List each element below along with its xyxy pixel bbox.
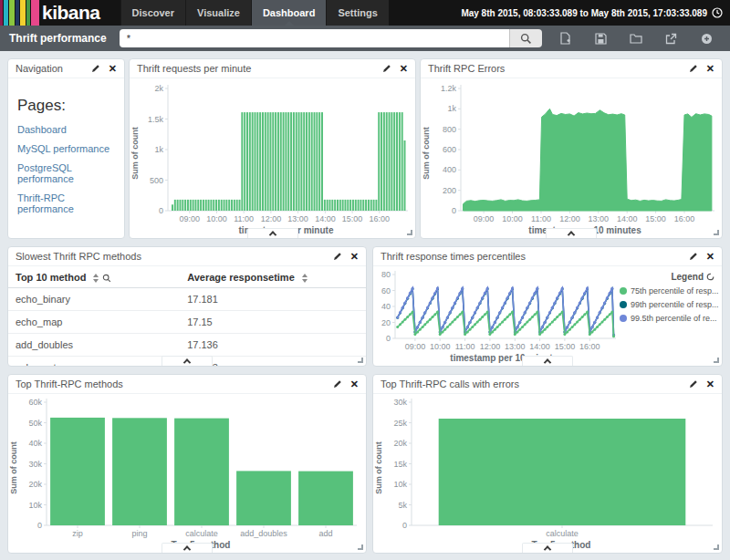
collapse-panel-button[interactable] bbox=[247, 228, 298, 238]
svg-text:20k: 20k bbox=[393, 439, 407, 448]
new-dashboard-button[interactable] bbox=[555, 28, 575, 48]
remove-panel-button[interactable]: ✕ bbox=[706, 64, 714, 74]
legend-label: 99.5th percentile of re... bbox=[631, 314, 717, 323]
resize-handle[interactable] bbox=[407, 230, 412, 235]
responsetime-cell: 17.181 bbox=[180, 288, 366, 311]
search-icon[interactable] bbox=[102, 274, 111, 283]
svg-text:add: add bbox=[318, 529, 332, 538]
collapse-panel-button[interactable] bbox=[162, 356, 213, 366]
edit-panel-button[interactable] bbox=[333, 379, 342, 389]
tab-discover[interactable]: Discover bbox=[120, 0, 185, 26]
legend-dot-icon bbox=[620, 315, 627, 322]
svg-text:11:00: 11:00 bbox=[455, 342, 475, 351]
svg-text:12:00: 12:00 bbox=[559, 214, 580, 223]
y-axis-label: Sum of count bbox=[130, 80, 141, 225]
tab-settings[interactable]: Settings bbox=[326, 0, 388, 26]
app-tabs: Discover Visualize Dashboard Settings bbox=[120, 0, 389, 26]
remove-panel-button[interactable]: ✕ bbox=[109, 64, 117, 74]
chevron-up-icon bbox=[544, 545, 551, 553]
table-row[interactable]: add_doubles 17.136 bbox=[8, 334, 366, 357]
panel-title: Top Thrift-RPC calls with errors bbox=[381, 379, 519, 389]
nav-link-thrift-rpc-performance[interactable]: Thrift-RPC performance bbox=[17, 192, 115, 214]
new-document-icon bbox=[559, 32, 571, 45]
add-visualization-button[interactable] bbox=[697, 28, 717, 48]
requests-per-minute-chart[interactable]: 05001k1.5k2k09:0010:0011:0012:0013:0014:… bbox=[141, 80, 413, 225]
svg-text:14:00: 14:00 bbox=[529, 342, 550, 351]
method-cell: add_doubles bbox=[8, 334, 180, 357]
panel-thrift-requests-per-minute: Thrift requests per minute ✕ Sum of coun… bbox=[129, 58, 416, 239]
nav-link-dashboard[interactable]: Dashboard bbox=[17, 124, 115, 135]
sort-icon[interactable] bbox=[93, 274, 99, 283]
top-errors-chart[interactable]: 05k10k15k20k25k30kcalculate bbox=[384, 396, 720, 540]
kibana-logo[interactable]: kibana bbox=[0, 0, 108, 26]
column-header-responsetime[interactable]: Average responsetime bbox=[180, 266, 366, 288]
edit-panel-button[interactable] bbox=[333, 252, 342, 261]
add-circle-icon bbox=[701, 33, 713, 45]
kibana-logo-stripes-icon bbox=[0, 0, 40, 26]
resize-handle[interactable] bbox=[358, 544, 363, 550]
table-row[interactable]: echo_binary 17.181 bbox=[8, 288, 366, 311]
column-header-method[interactable]: Top 10 method bbox=[8, 266, 180, 288]
sort-icon[interactable] bbox=[302, 274, 308, 283]
kibana-logo-text: kibana bbox=[40, 0, 100, 26]
table-row[interactable]: echo_map 17.15 bbox=[8, 311, 366, 334]
panel-title: Navigation bbox=[16, 63, 63, 74]
legend-toggle[interactable]: Legend bbox=[620, 272, 714, 282]
percentiles-chart[interactable]: 02040608009:0010:0011:0012:0013:0014:001… bbox=[373, 268, 620, 353]
edit-panel-button[interactable] bbox=[689, 379, 698, 389]
tab-dashboard[interactable]: Dashboard bbox=[251, 0, 326, 26]
rpc-errors-chart[interactable]: 02004006008001k1.2k09:0010:0011:0012:001… bbox=[432, 80, 720, 225]
svg-text:11:00: 11:00 bbox=[234, 214, 254, 223]
svg-text:80: 80 bbox=[381, 270, 391, 279]
legend-item-99th[interactable]: 99th percentile of resp... bbox=[620, 300, 714, 309]
collapse-panel-button[interactable] bbox=[546, 228, 597, 238]
svg-text:09:00: 09:00 bbox=[474, 214, 495, 223]
remove-panel-button[interactable]: ✕ bbox=[706, 379, 714, 389]
edit-panel-button[interactable] bbox=[689, 64, 698, 73]
search-button[interactable] bbox=[509, 29, 542, 47]
svg-text:10:00: 10:00 bbox=[502, 214, 523, 223]
svg-text:20: 20 bbox=[381, 318, 391, 327]
panel-top-thrift-rpc-calls-with-errors: Top Thrift-RPC calls with errors ✕ Sum o… bbox=[372, 374, 723, 554]
svg-text:60: 60 bbox=[381, 286, 391, 296]
pencil-icon bbox=[333, 379, 342, 389]
legend-dot-icon bbox=[620, 301, 627, 308]
time-range-picker[interactable]: May 8th 2015, 08:03:33.089 to May 8th 20… bbox=[461, 0, 730, 26]
y-axis-label: Sum of count bbox=[421, 80, 432, 225]
remove-panel-button[interactable]: ✕ bbox=[350, 252, 359, 262]
resize-handle[interactable] bbox=[358, 358, 363, 363]
load-dashboard-button[interactable] bbox=[626, 28, 646, 48]
legend-item-75th[interactable]: 75th percentile of resp... bbox=[620, 286, 714, 296]
chevron-up-icon bbox=[268, 231, 276, 238]
resize-handle[interactable] bbox=[714, 230, 719, 235]
panel-title: Thrift response times percentiles bbox=[381, 251, 526, 262]
svg-text:13:00: 13:00 bbox=[505, 342, 526, 351]
edit-panel-button[interactable] bbox=[689, 252, 698, 261]
nav-link-postgresql-performance[interactable]: PostgreSQL performance bbox=[17, 162, 115, 184]
remove-panel-button[interactable]: ✕ bbox=[350, 379, 359, 389]
tab-visualize[interactable]: Visualize bbox=[185, 0, 251, 26]
pencil-icon bbox=[689, 64, 698, 73]
nav-link-mysql-performance[interactable]: MySQL performance bbox=[17, 143, 115, 154]
query-input[interactable] bbox=[120, 29, 509, 47]
collapse-panel-button[interactable] bbox=[522, 543, 573, 553]
chevron-up-icon bbox=[183, 358, 191, 366]
remove-panel-button[interactable]: ✕ bbox=[400, 64, 408, 74]
svg-text:09:00: 09:00 bbox=[405, 342, 426, 351]
save-dashboard-button[interactable] bbox=[590, 28, 610, 48]
responsetime-cell: 17.15 bbox=[180, 311, 366, 334]
edit-panel-button[interactable] bbox=[91, 64, 100, 73]
resize-handle[interactable] bbox=[714, 544, 719, 550]
edit-panel-button[interactable] bbox=[382, 64, 391, 73]
remove-panel-button[interactable]: ✕ bbox=[706, 252, 714, 262]
legend-item-99-5th[interactable]: 99.5th percentile of re... bbox=[620, 314, 714, 323]
dashboard-toolbar: Thrift performance bbox=[0, 26, 730, 51]
resize-handle[interactable] bbox=[714, 358, 719, 363]
svg-text:50k: 50k bbox=[28, 419, 42, 428]
top-methods-chart[interactable]: 010k20k30k40k50k60kzippingcalculateadd_d… bbox=[19, 396, 364, 540]
share-button[interactable] bbox=[662, 28, 682, 48]
collapse-panel-button[interactable] bbox=[162, 543, 213, 553]
collapse-panel-button[interactable] bbox=[522, 356, 573, 366]
panel-thrift-rpc-errors: Thrift RPC Errors ✕ Sum of count 0200400… bbox=[420, 58, 723, 239]
share-icon bbox=[665, 33, 677, 45]
